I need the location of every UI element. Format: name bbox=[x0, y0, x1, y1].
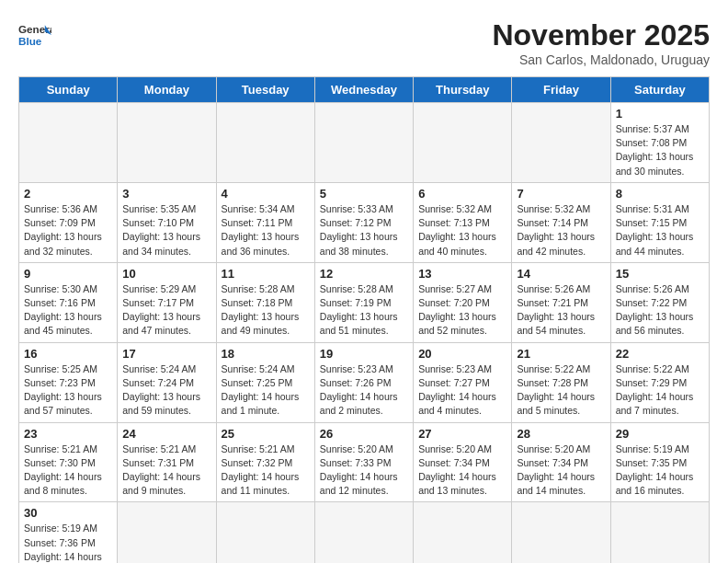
daylight-label: Daylight: 13 hours and 59 minutes. bbox=[122, 391, 200, 416]
day-info: Sunrise: 5:21 AMSunset: 7:32 PMDaylight:… bbox=[222, 442, 310, 499]
week-row-2: 2Sunrise: 5:36 AMSunset: 7:09 PMDaylight… bbox=[19, 182, 710, 262]
calendar-cell: 29Sunrise: 5:19 AMSunset: 7:35 PMDayligh… bbox=[610, 422, 709, 502]
day-number: 14 bbox=[517, 267, 605, 281]
calendar-cell bbox=[610, 502, 709, 563]
day-number: 29 bbox=[616, 427, 704, 441]
sunset-label: Sunset: 7:29 PM bbox=[616, 377, 688, 388]
daylight-label: Daylight: 14 hours and 8 minutes. bbox=[24, 471, 102, 496]
day-number: 26 bbox=[320, 427, 408, 441]
daylight-label: Daylight: 14 hours and 14 minutes. bbox=[517, 471, 595, 496]
calendar-cell: 23Sunrise: 5:21 AMSunset: 7:30 PMDayligh… bbox=[19, 422, 118, 502]
daylight-label: Daylight: 13 hours and 30 minutes. bbox=[616, 151, 694, 176]
sunset-label: Sunset: 7:34 PM bbox=[517, 457, 588, 468]
sunrise-label: Sunrise: 5:31 AM bbox=[616, 203, 689, 214]
day-number: 22 bbox=[616, 347, 704, 361]
calendar-cell: 8Sunrise: 5:31 AMSunset: 7:15 PMDaylight… bbox=[610, 182, 709, 262]
day-number: 17 bbox=[122, 347, 210, 361]
day-info: Sunrise: 5:26 AMSunset: 7:21 PMDaylight:… bbox=[517, 282, 605, 339]
daylight-label: Daylight: 14 hours and 4 minutes. bbox=[418, 391, 496, 416]
sunset-label: Sunset: 7:23 PM bbox=[24, 377, 96, 388]
month-title: November 2025 bbox=[492, 18, 710, 52]
day-info: Sunrise: 5:30 AMSunset: 7:16 PMDaylight:… bbox=[24, 282, 112, 339]
daylight-label: Daylight: 14 hours and 16 minutes. bbox=[616, 471, 694, 496]
sunrise-label: Sunrise: 5:24 AM bbox=[222, 363, 295, 374]
calendar-cell: 22Sunrise: 5:22 AMSunset: 7:29 PMDayligh… bbox=[610, 342, 709, 422]
day-info: Sunrise: 5:19 AMSunset: 7:36 PMDaylight:… bbox=[24, 522, 112, 563]
sunset-label: Sunset: 7:25 PM bbox=[222, 377, 293, 388]
logo-icon: General Blue bbox=[18, 18, 51, 52]
daylight-label: Daylight: 13 hours and 56 minutes. bbox=[616, 311, 694, 336]
sunrise-label: Sunrise: 5:20 AM bbox=[517, 443, 590, 454]
sunset-label: Sunset: 7:21 PM bbox=[517, 297, 588, 308]
location-subtitle: San Carlos, Maldonado, Uruguay bbox=[492, 52, 710, 67]
day-info: Sunrise: 5:20 AMSunset: 7:34 PMDaylight:… bbox=[418, 442, 506, 499]
day-info: Sunrise: 5:24 AMSunset: 7:25 PMDaylight:… bbox=[222, 362, 310, 419]
weekday-header-tuesday: Tuesday bbox=[216, 77, 314, 103]
calendar-cell: 7Sunrise: 5:32 AMSunset: 7:14 PMDaylight… bbox=[512, 182, 610, 262]
sunrise-label: Sunrise: 5:26 AM bbox=[616, 283, 689, 294]
day-number: 3 bbox=[122, 187, 210, 201]
sunrise-label: Sunrise: 5:22 AM bbox=[517, 363, 590, 374]
sunset-label: Sunset: 7:27 PM bbox=[418, 377, 490, 388]
sunrise-label: Sunrise: 5:23 AM bbox=[418, 363, 492, 374]
day-info: Sunrise: 5:31 AMSunset: 7:15 PMDaylight:… bbox=[616, 202, 704, 259]
weekday-header-monday: Monday bbox=[118, 77, 216, 103]
calendar-cell: 2Sunrise: 5:36 AMSunset: 7:09 PMDaylight… bbox=[19, 182, 118, 262]
daylight-label: Daylight: 13 hours and 54 minutes. bbox=[517, 311, 595, 336]
daylight-label: Daylight: 14 hours and 11 minutes. bbox=[222, 471, 300, 496]
calendar-cell: 25Sunrise: 5:21 AMSunset: 7:32 PMDayligh… bbox=[216, 422, 314, 502]
sunset-label: Sunset: 7:30 PM bbox=[24, 457, 96, 468]
sunset-label: Sunset: 7:36 PM bbox=[24, 537, 96, 548]
calendar-cell: 18Sunrise: 5:24 AMSunset: 7:25 PMDayligh… bbox=[216, 342, 314, 422]
week-row-1: 1Sunrise: 5:37 AMSunset: 7:08 PMDaylight… bbox=[19, 103, 710, 183]
day-info: Sunrise: 5:37 AMSunset: 7:08 PMDaylight:… bbox=[616, 122, 704, 178]
sunset-label: Sunset: 7:08 PM bbox=[616, 137, 688, 148]
day-info: Sunrise: 5:32 AMSunset: 7:13 PMDaylight:… bbox=[418, 202, 506, 259]
title-block: November 2025 San Carlos, Maldonado, Uru… bbox=[492, 18, 710, 67]
day-info: Sunrise: 5:19 AMSunset: 7:35 PMDaylight:… bbox=[616, 442, 704, 499]
daylight-label: Daylight: 14 hours and 9 minutes. bbox=[122, 471, 200, 496]
day-info: Sunrise: 5:28 AMSunset: 7:18 PMDaylight:… bbox=[222, 282, 310, 339]
daylight-label: Daylight: 13 hours and 51 minutes. bbox=[320, 311, 398, 336]
sunset-label: Sunset: 7:14 PM bbox=[517, 217, 588, 228]
sunset-label: Sunset: 7:11 PM bbox=[222, 217, 293, 228]
day-number: 8 bbox=[616, 187, 704, 201]
day-number: 13 bbox=[418, 267, 506, 281]
sunrise-label: Sunrise: 5:28 AM bbox=[222, 283, 295, 294]
sunset-label: Sunset: 7:22 PM bbox=[616, 297, 688, 308]
weekday-header-thursday: Thursday bbox=[414, 77, 512, 103]
daylight-label: Daylight: 13 hours and 45 minutes. bbox=[24, 311, 102, 336]
day-number: 21 bbox=[517, 347, 605, 361]
day-info: Sunrise: 5:24 AMSunset: 7:24 PMDaylight:… bbox=[122, 362, 210, 419]
day-info: Sunrise: 5:22 AMSunset: 7:29 PMDaylight:… bbox=[616, 362, 704, 419]
sunrise-label: Sunrise: 5:21 AM bbox=[222, 443, 295, 454]
sunset-label: Sunset: 7:16 PM bbox=[24, 297, 96, 308]
sunrise-label: Sunrise: 5:37 AM bbox=[616, 123, 689, 134]
calendar-cell: 13Sunrise: 5:27 AMSunset: 7:20 PMDayligh… bbox=[414, 262, 512, 342]
week-row-3: 9Sunrise: 5:30 AMSunset: 7:16 PMDaylight… bbox=[19, 262, 710, 342]
day-info: Sunrise: 5:23 AMSunset: 7:26 PMDaylight:… bbox=[320, 362, 408, 419]
daylight-label: Daylight: 13 hours and 52 minutes. bbox=[418, 311, 496, 336]
daylight-label: Daylight: 13 hours and 42 minutes. bbox=[517, 231, 595, 256]
day-number: 15 bbox=[616, 267, 704, 281]
sunrise-label: Sunrise: 5:33 AM bbox=[320, 203, 393, 214]
calendar-cell: 26Sunrise: 5:20 AMSunset: 7:33 PMDayligh… bbox=[314, 422, 413, 502]
day-number: 1 bbox=[616, 107, 704, 121]
calendar-cell bbox=[314, 502, 413, 563]
daylight-label: Daylight: 13 hours and 57 minutes. bbox=[24, 391, 102, 416]
daylight-label: Daylight: 13 hours and 47 minutes. bbox=[122, 311, 200, 336]
sunrise-label: Sunrise: 5:21 AM bbox=[24, 443, 97, 454]
day-info: Sunrise: 5:36 AMSunset: 7:09 PMDaylight:… bbox=[24, 202, 112, 259]
sunset-label: Sunset: 7:34 PM bbox=[418, 457, 490, 468]
day-number: 27 bbox=[418, 427, 506, 441]
sunset-label: Sunset: 7:10 PM bbox=[122, 217, 194, 228]
day-info: Sunrise: 5:20 AMSunset: 7:34 PMDaylight:… bbox=[517, 442, 605, 499]
sunrise-label: Sunrise: 5:29 AM bbox=[122, 283, 196, 294]
calendar-cell: 4Sunrise: 5:34 AMSunset: 7:11 PMDaylight… bbox=[216, 182, 314, 262]
calendar-cell bbox=[414, 103, 512, 183]
sunset-label: Sunset: 7:13 PM bbox=[418, 217, 490, 228]
day-info: Sunrise: 5:22 AMSunset: 7:28 PMDaylight:… bbox=[517, 362, 605, 419]
calendar-cell: 5Sunrise: 5:33 AMSunset: 7:12 PMDaylight… bbox=[314, 182, 413, 262]
daylight-label: Daylight: 13 hours and 40 minutes. bbox=[418, 231, 496, 256]
calendar-table: SundayMondayTuesdayWednesdayThursdayFrid… bbox=[18, 76, 710, 563]
